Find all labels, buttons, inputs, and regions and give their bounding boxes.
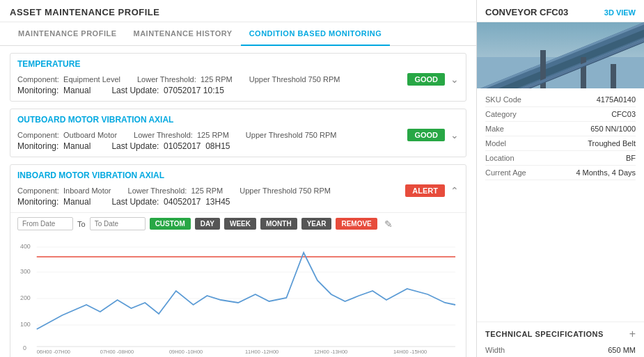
spec-row: Category CFC03 [485,107,636,122]
outboard-row: Component: Outboard Motor Lower Threshol… [17,129,459,141]
spec-row: Current Age 4 Months, 4 Days [485,166,636,180]
asset-image [477,22,644,88]
current-age-value: 4 Months, 4 Days [576,168,636,177]
inboard-details: Monitoring: Manual Last Update: 04052017… [17,197,459,207]
content-area: TEMPERATURE Component: Equipment Level L… [0,46,476,357]
inboard-header: INBOARD MOTOR VIBRATION AXIAL Component:… [10,165,466,212]
outboard-lower: Lower Threshold: 125 RPM [134,131,229,139]
tech-spec-width-row: Width 650 MM [477,343,644,357]
chart-controls: To CUSTOM DAY WEEK MONTH YEAR REMOVE ✎ [10,212,466,235]
temp-lower: Lower Threshold: 125 RPM [137,75,233,84]
specs-table: SKU Code 4175A0140 Category CFC03 Make 6… [477,88,644,322]
asset-header: CONVEYOR CFC03 3D VIEW [477,0,644,22]
custom-button[interactable]: CUSTOM [150,218,191,230]
svg-text:400: 400 [20,243,31,250]
inboard-last-update: Last Update: 04052017 13H45 [111,197,230,207]
temp-status-badge: GOOD [407,73,445,86]
svg-text:300: 300 [20,268,31,275]
month-button[interactable]: MONTH [260,218,297,230]
outboard-section: OUTBOARD MOTOR VIBRATION AXIAL Component… [10,109,466,157]
tab-maintenance-profile[interactable]: MAINTENANCE PROFILE [10,22,125,46]
inboard-upper: Upper Threshold 750 RPM [239,187,331,195]
outboard-details: Monitoring: Manual Last Update: 01052017… [17,141,459,151]
inboard-chevron-icon[interactable]: ⌃ [450,185,459,196]
outboard-monitoring: Monitoring: Manual [17,141,91,151]
location-label: Location [485,154,515,162]
temperature-title: TEMPERATURE [17,59,459,69]
temperature-header: TEMPERATURE Component: Equipment Level L… [10,54,466,101]
day-button[interactable]: DAY [195,218,220,230]
edit-icon[interactable]: ✎ [384,219,393,230]
outboard-upper: Upper Threshold 750 RPM [246,131,337,139]
temp-last-update: Last Update: 07052017 10:15 [111,86,223,95]
temperature-row: Component: Equipment Level Lower Thresho… [17,73,459,86]
outboard-last-update: Last Update: 01052017 08H15 [111,141,230,151]
outboard-chevron-icon[interactable]: ⌄ [450,129,459,141]
chart-area: 400 300 200 100 0 [17,239,459,354]
outboard-info: Component: Outboard Motor Lower Threshol… [17,131,407,139]
sku-label: SKU Code [485,95,521,104]
spec-row: Model Troughed Belt [485,136,636,151]
year-button[interactable]: YEAR [301,218,332,230]
svg-text:14H00 -15H00: 14H00 -15H00 [393,349,427,354]
sku-value: 4175A0140 [597,95,636,104]
temp-component: Component: Equipment Level [17,75,120,84]
svg-text:12H00 -13H00: 12H00 -13H00 [314,349,347,354]
inboard-title: INBOARD MOTOR VIBRATION AXIAL [17,170,459,180]
category-label: Category [485,110,517,118]
svg-text:100: 100 [20,321,31,328]
outboard-status-badge: GOOD [407,129,445,141]
tech-specs-title: TECHNICAL SPECIFICATIONS [485,330,604,338]
svg-text:200: 200 [20,294,31,301]
add-icon[interactable]: + [629,328,636,340]
spec-row: Make 650 NN/1000 [485,122,636,136]
tech-specs-header: TECHNICAL SPECIFICATIONS + [477,322,644,343]
temp-upper: Upper Threshold 750 RPM [249,75,340,84]
spec-row: Location BF [485,151,636,166]
left-panel: ASSET MAINTENANCE PROFILE MAINTENANCE PR… [0,0,477,357]
inboard-row: Component: Inboard Motor Lower Threshold… [17,184,459,197]
make-label: Make [485,125,504,133]
remove-button[interactable]: REMOVE [336,218,377,230]
to-label: To [77,220,86,228]
location-value: BF [626,154,636,162]
outboard-header: OUTBOARD MOTOR VIBRATION AXIAL Component… [10,109,466,157]
outboard-component: Component: Outboard Motor [17,131,117,139]
svg-text:09H00 -10H00: 09H00 -10H00 [169,349,203,354]
model-label: Model [485,139,506,148]
temperature-section: TEMPERATURE Component: Equipment Level L… [10,53,466,102]
svg-text:06H00 -07H00: 06H00 -07H00 [37,349,70,354]
right-panel: CONVEYOR CFC03 3D VIEW SKU Code 4175A014… [477,0,644,357]
svg-text:07H00 -08H00: 07H00 -08H00 [100,349,134,354]
page-title: ASSET MAINTENANCE PROFILE [0,0,476,22]
view-3d-button[interactable]: 3D VIEW [604,8,636,17]
width-value: 650 MM [608,346,636,354]
tab-condition-monitoring[interactable]: CONDITION BASED MONITORING [241,22,391,46]
inboard-monitoring: Monitoring: Manual [17,197,91,207]
inboard-component: Component: Inboard Motor [17,187,111,195]
from-date-input[interactable] [17,217,73,230]
inboard-info: Component: Inboard Motor Lower Threshold… [17,187,405,195]
svg-text:11H00 -12H00: 11H00 -12H00 [245,349,278,354]
tabs-container: MAINTENANCE PROFILE MAINTENANCE HISTORY … [0,22,476,46]
category-value: CFC03 [611,110,636,118]
temperature-chevron-icon[interactable]: ⌄ [450,74,459,85]
spec-row: SKU Code 4175A0140 [485,93,636,107]
svg-text:0: 0 [23,344,26,351]
line-chart: 400 300 200 100 0 [17,239,459,354]
width-label: Width [485,346,505,354]
outboard-title: OUTBOARD MOTOR VIBRATION AXIAL [17,115,459,125]
to-date-input[interactable] [90,217,146,230]
inboard-section: INBOARD MOTOR VIBRATION AXIAL Component:… [10,164,466,357]
week-button[interactable]: WEEK [224,218,256,230]
chart-container: 400 300 200 100 0 [10,235,466,357]
inboard-status-badge: ALERT [405,184,445,197]
asset-name: CONVEYOR CFC03 [485,7,568,17]
model-value: Troughed Belt [588,139,636,148]
temp-monitoring: Monitoring: Manual [17,86,91,95]
make-value: 650 NN/1000 [590,125,636,133]
tab-maintenance-history[interactable]: MAINTENANCE HISTORY [125,22,241,46]
temperature-info: Component: Equipment Level Lower Thresho… [17,75,407,84]
inboard-lower: Lower Threshold: 125 RPM [128,187,223,195]
temperature-details: Monitoring: Manual Last Update: 07052017… [17,86,459,95]
